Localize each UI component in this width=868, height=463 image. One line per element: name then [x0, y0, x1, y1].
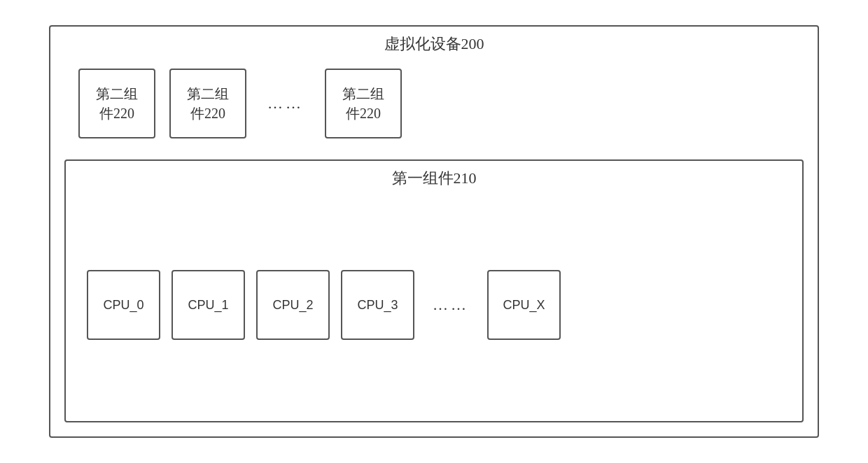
- top-section: 第二组件220 第二组件220 …… 第二组件220: [64, 69, 804, 138]
- component-220-2-label: 第二组件220: [187, 84, 229, 123]
- bottom-title: 第一组件210: [80, 168, 788, 189]
- cpu-ellipsis: ……: [426, 296, 476, 314]
- component-220-2: 第二组件220: [169, 69, 246, 138]
- component-220-1: 第二组件220: [78, 69, 155, 138]
- cpu-box-x: CPU_X: [487, 270, 561, 340]
- cpu-x-label: CPU_X: [503, 298, 545, 313]
- component-220-3: 第二组件220: [325, 69, 402, 138]
- virtualization-device: 虚拟化设备200 第二组件220 第二组件220 …… 第二组件220 第一组件…: [49, 25, 819, 438]
- component-220-3-label: 第二组件220: [342, 84, 384, 123]
- outer-title: 虚拟化设备200: [64, 34, 804, 55]
- cpu-box-1: CPU_1: [172, 270, 245, 340]
- cpu-box-3: CPU_3: [341, 270, 414, 340]
- first-component-210: 第一组件210 CPU_0 CPU_1 CPU_2 CPU_3 …… CPU_X: [64, 159, 804, 422]
- cpu-box-2: CPU_2: [256, 270, 330, 340]
- cpu-0-label: CPU_0: [103, 298, 144, 313]
- cpu-1-label: CPU_1: [188, 298, 228, 313]
- cpu-box-0: CPU_0: [87, 270, 160, 340]
- top-ellipsis: ……: [260, 94, 311, 113]
- cpu-section: CPU_0 CPU_1 CPU_2 CPU_3 …… CPU_X: [80, 203, 788, 407]
- cpu-3-label: CPU_3: [357, 298, 398, 313]
- component-220-1-label: 第二组件220: [96, 84, 138, 123]
- cpu-2-label: CPU_2: [272, 298, 313, 313]
